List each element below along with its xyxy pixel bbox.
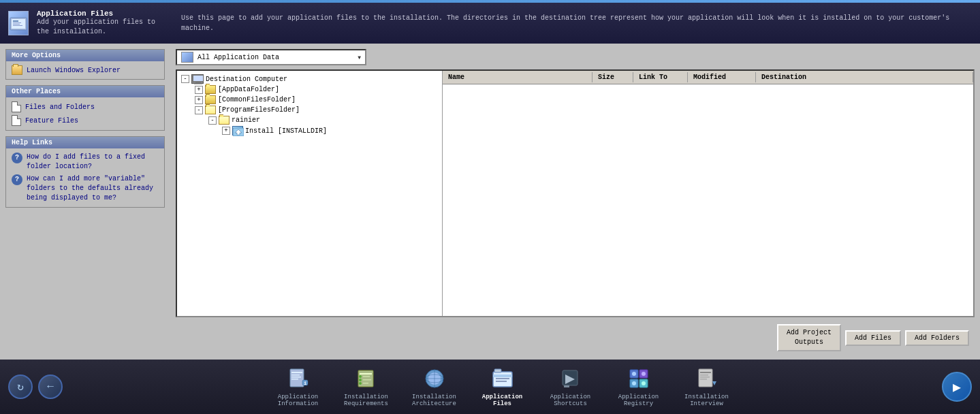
- help-icon-2: ?: [12, 174, 22, 185]
- nav-item-installation-architecture[interactable]: InstallationArchitecture: [400, 362, 469, 411]
- col-header-linkto: Link To: [633, 72, 688, 82]
- folder-icon: [12, 65, 22, 75]
- svg-point-44: [632, 372, 636, 376]
- files-folders-label: Files and Folders: [25, 104, 95, 111]
- nav-label-installation-architecture: InstallationArchitecture: [412, 394, 456, 407]
- nav-label-application-shortcuts: ApplicationShortcuts: [550, 394, 590, 407]
- tree-programfiles-expand[interactable]: -: [195, 106, 203, 114]
- tree-rainier-label: rainier: [232, 116, 260, 124]
- tree-appdata-expand[interactable]: +: [195, 86, 203, 94]
- tree-programfiles-folder-icon: [205, 106, 216, 114]
- svg-rect-34: [496, 378, 509, 379]
- doc-icon-2: [12, 115, 21, 126]
- svg-rect-51: [700, 377, 710, 378]
- tree-programfiles-row: - [ProgramFilesFolder] - rainier: [180, 105, 439, 136]
- other-places-section: Other Places Files and Folders Feature F…: [5, 85, 165, 131]
- svg-rect-4: [13, 24, 20, 25]
- more-options-section: More Options Launch Windows Explorer: [5, 49, 165, 80]
- dropdown-icon: [181, 52, 193, 63]
- tree-appdata[interactable]: + [AppDataFolder]: [193, 84, 439, 95]
- dropdown-bar: All Application Data ▼: [176, 49, 975, 65]
- nav-items: i ApplicationInformation Installatio: [63, 362, 942, 411]
- help-icon-1: ?: [12, 153, 22, 163]
- help-link-1[interactable]: ? How do I add files to a fixed folder l…: [12, 153, 159, 172]
- tree-root[interactable]: - Destination Computer: [180, 74, 439, 84]
- col-header-name: Name: [443, 72, 592, 82]
- nav-icon-application-shortcuts: [558, 366, 583, 391]
- svg-rect-2: [13, 20, 18, 22]
- launch-explorer-label: Launch Windows Explorer: [27, 67, 121, 74]
- sidebar: More Options Launch Windows Explorer Oth…: [0, 44, 170, 360]
- nav-item-application-files[interactable]: ApplicationFiles: [469, 362, 537, 411]
- launch-windows-explorer-link[interactable]: Launch Windows Explorer: [12, 65, 159, 75]
- svg-rect-3: [13, 22, 21, 23]
- svg-rect-9: [194, 83, 202, 84]
- content-area: All Application Data ▼ -: [170, 44, 980, 360]
- col-header-modified: Modified: [688, 72, 756, 82]
- tree-programfiles[interactable]: - [ProgramFilesFolder]: [193, 105, 439, 115]
- svg-text:i: i: [303, 381, 306, 386]
- nav-item-application-shortcuts[interactable]: ApplicationShortcuts: [537, 362, 605, 411]
- computer-icon: [191, 74, 204, 84]
- nav-icon-installation-requirements: [354, 366, 379, 391]
- help-links-content: ? How do I add files to a fixed folder l…: [6, 148, 164, 207]
- tree-commonfiles-expand[interactable]: +: [195, 96, 203, 104]
- add-folders-button[interactable]: Add Folders: [905, 330, 969, 346]
- svg-rect-49: [700, 372, 711, 373]
- feature-files-link[interactable]: Feature Files: [12, 115, 159, 126]
- nav-label-application-registry: ApplicationRegistry: [618, 394, 659, 407]
- file-pane: Name Size Link To Modified Destination: [443, 71, 973, 316]
- add-project-outputs-button[interactable]: Add ProjectOutputs: [777, 324, 841, 351]
- tree-appdata-row: + [AppDataFolder]: [180, 84, 439, 95]
- svg-rect-33: [493, 375, 512, 377]
- nav-icon-installation-interview: [695, 366, 719, 391]
- svg-rect-52: [700, 379, 707, 380]
- svg-rect-14: [291, 375, 300, 376]
- nav-label-application-information: ApplicationInformation: [278, 394, 318, 407]
- svg-rect-13: [291, 372, 302, 373]
- nav-item-installation-requirements[interactable]: InstallationRequirements: [332, 362, 400, 411]
- svg-rect-39: [564, 385, 569, 387]
- tree-installdir-expand[interactable]: +: [222, 127, 230, 135]
- nav-label-application-files: ApplicationFiles: [482, 394, 522, 407]
- svg-rect-36: [494, 369, 501, 372]
- svg-point-45: [642, 372, 646, 376]
- add-files-button[interactable]: Add Files: [845, 330, 901, 346]
- tree-appdata-folder-icon: [205, 85, 216, 94]
- header-description: Use this page to add your application fi…: [170, 3, 980, 44]
- tree-rainier[interactable]: - rainier: [207, 115, 439, 125]
- main-content: More Options Launch Windows Explorer Oth…: [0, 44, 980, 360]
- header: Application Files Add your application f…: [0, 3, 980, 44]
- tree-commonfiles[interactable]: + [CommonFilesFolder]: [193, 95, 439, 105]
- nav-forward-button[interactable]: ▶: [942, 372, 972, 402]
- tree-pane: - Destination Computer +: [177, 71, 443, 316]
- header-text: Application Files Add your application f…: [37, 10, 162, 37]
- svg-point-23: [359, 379, 362, 381]
- explorer-area: - Destination Computer +: [176, 69, 975, 317]
- files-and-folders-link[interactable]: Files and Folders: [12, 101, 159, 112]
- tree-rainier-row: - rainier +: [193, 115, 439, 136]
- nav-back-button[interactable]: ↻: [8, 375, 33, 399]
- nav-item-application-information[interactable]: i ApplicationInformation: [264, 362, 332, 411]
- tree-rainier-expand[interactable]: -: [208, 116, 217, 125]
- header-icon: [8, 11, 29, 35]
- svg-point-46: [632, 381, 636, 385]
- nav-prev-button[interactable]: ←: [38, 375, 63, 399]
- svg-rect-15: [291, 377, 301, 378]
- help-link-2[interactable]: ? How can I add more "variable" folders …: [12, 174, 159, 203]
- tree-rainier-folder-icon: [219, 116, 230, 125]
- tree-commonfiles-folder-icon: [205, 95, 216, 104]
- dropdown-arrow-icon: ▼: [358, 54, 361, 61]
- tree-commonfiles-row: + [CommonFilesFolder]: [180, 95, 439, 105]
- nav-item-application-registry[interactable]: ApplicationRegistry: [605, 362, 673, 411]
- nav-item-installation-interview[interactable]: InstallationInterview: [673, 362, 741, 411]
- more-options-header: More Options: [6, 50, 164, 61]
- tree-root-expand[interactable]: -: [181, 75, 189, 83]
- svg-rect-24: [363, 379, 371, 381]
- header-subtitle: Add your application files to the instal…: [37, 18, 162, 37]
- application-data-dropdown[interactable]: All Application Data ▼: [176, 49, 366, 65]
- header-title: Application Files: [37, 10, 162, 18]
- col-header-size: Size: [592, 72, 633, 82]
- tree-installdir-label: Install [INSTALLDIR]: [245, 127, 327, 135]
- tree-installdir[interactable]: + Install [INSTALLDIR]: [221, 125, 439, 136]
